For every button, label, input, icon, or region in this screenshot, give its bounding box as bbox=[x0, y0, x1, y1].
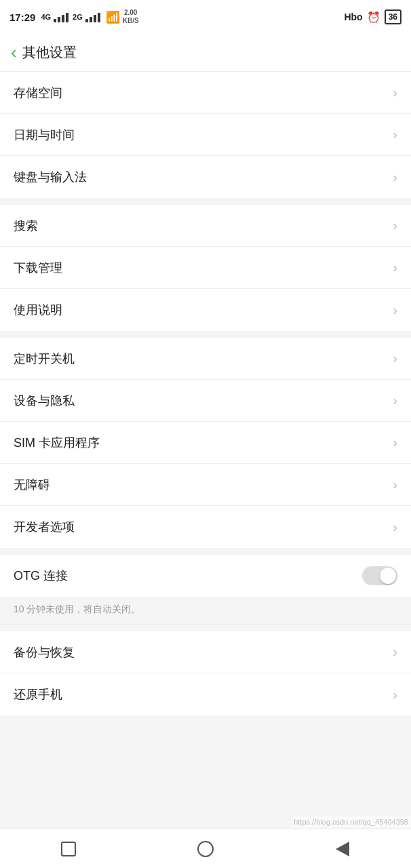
settings-label-accessibility: 无障碍 bbox=[14, 477, 50, 493]
chevron-icon-manual: › bbox=[393, 302, 397, 318]
settings-label-backup: 备份与恢复 bbox=[14, 644, 75, 660]
settings-label-otg: OTG 连接 bbox=[14, 568, 68, 584]
settings-label-privacy: 设备与隐私 bbox=[14, 393, 75, 409]
chevron-icon-keyboard: › bbox=[393, 170, 397, 185]
signal-bars-2g bbox=[85, 12, 100, 22]
battery-level: 36 bbox=[389, 12, 397, 22]
settings-label-reset: 还原手机 bbox=[14, 686, 62, 703]
status-time: 17:29 bbox=[9, 12, 35, 23]
status-bar: 17:29 4G 2G 📶 2.00 KB/S Hbo ⏰ 36 bbox=[0, 0, 411, 34]
status-left: 17:29 4G 2G 📶 2.00 KB/S bbox=[9, 9, 139, 25]
nav-home-button[interactable] bbox=[191, 834, 220, 864]
page-header: ‹ 其他设置 bbox=[0, 34, 411, 72]
settings-item-reset[interactable]: 还原手机 › bbox=[0, 673, 411, 715]
nav-back-button[interactable] bbox=[328, 834, 357, 864]
settings-section-otg: OTG 连接 10 分钟未使用，将自动关闭。 bbox=[0, 555, 411, 625]
back-chevron-icon: ‹ bbox=[11, 42, 17, 63]
settings-item-otg[interactable]: OTG 连接 bbox=[0, 555, 411, 597]
chevron-icon-backup: › bbox=[393, 644, 397, 660]
chevron-icon-download: › bbox=[393, 260, 397, 275]
chevron-icon-search: › bbox=[393, 218, 397, 233]
settings-item-keyboard[interactable]: 键盘与输入法 › bbox=[0, 156, 411, 198]
alarm-icon: ⏰ bbox=[367, 11, 380, 24]
otg-toggle[interactable] bbox=[362, 566, 397, 585]
settings-label-search: 搜索 bbox=[14, 218, 38, 234]
settings-item-datetime[interactable]: 日期与时间 › bbox=[0, 114, 411, 156]
settings-item-manual[interactable]: 使用说明 › bbox=[0, 289, 411, 331]
settings-label-download: 下载管理 bbox=[14, 260, 62, 276]
otg-note: 10 分钟未使用，将自动关闭。 bbox=[0, 597, 411, 625]
settings-item-accessibility[interactable]: 无障碍 › bbox=[0, 464, 411, 506]
settings-item-developer[interactable]: 开发者选项 › bbox=[0, 506, 411, 548]
settings-item-storage[interactable]: 存储空间 › bbox=[0, 72, 411, 114]
signal-4g: 4G bbox=[41, 13, 51, 21]
signal-2g: 2G bbox=[73, 13, 83, 21]
status-right: Hbo ⏰ 36 bbox=[344, 9, 402, 24]
settings-section-1: 存储空间 › 日期与时间 › 键盘与输入法 › bbox=[0, 72, 411, 198]
chevron-icon-privacy: › bbox=[393, 393, 397, 408]
chevron-icon-storage: › bbox=[393, 85, 397, 100]
network-speed: 2.00 KB/S bbox=[123, 9, 139, 25]
settings-item-backup[interactable]: 备份与恢复 › bbox=[0, 631, 411, 673]
settings-label-storage: 存储空间 bbox=[14, 85, 62, 101]
settings-label-sim: SIM 卡应用程序 bbox=[14, 435, 100, 451]
chevron-icon-developer: › bbox=[393, 519, 397, 535]
chevron-icon-sim: › bbox=[393, 435, 397, 450]
chevron-icon-reset: › bbox=[393, 687, 397, 703]
bottom-navigation bbox=[0, 829, 411, 868]
settings-section-3: 定时开关机 › 设备与隐私 › SIM 卡应用程序 › 无障碍 › 开发者选项 … bbox=[0, 338, 411, 548]
settings-label-developer: 开发者选项 bbox=[14, 519, 75, 535]
settings-label-datetime: 日期与时间 bbox=[14, 127, 75, 143]
chevron-icon-accessibility: › bbox=[393, 477, 397, 492]
back-button[interactable]: ‹ bbox=[11, 42, 17, 63]
settings-item-search[interactable]: 搜索 › bbox=[0, 205, 411, 247]
settings-label-keyboard: 键盘与输入法 bbox=[14, 169, 87, 185]
page-title: 其他设置 bbox=[22, 43, 77, 62]
main-content: 存储空间 › 日期与时间 › 键盘与输入法 › 搜索 › 下载管理 › 使用说明… bbox=[0, 72, 411, 770]
chevron-icon-datetime: › bbox=[393, 127, 397, 142]
settings-label-timer: 定时开关机 bbox=[14, 351, 75, 367]
nav-recent-button[interactable] bbox=[54, 834, 83, 864]
wifi-icon: 📶 bbox=[106, 10, 120, 24]
settings-item-timer[interactable]: 定时开关机 › bbox=[0, 338, 411, 380]
battery-indicator: 36 bbox=[385, 9, 402, 24]
hbo-indicator: Hbo bbox=[344, 12, 362, 22]
back-icon bbox=[336, 842, 349, 856]
settings-section-5: 备份与恢复 › 还原手机 › bbox=[0, 631, 411, 715]
settings-item-download[interactable]: 下载管理 › bbox=[0, 247, 411, 289]
toggle-thumb-otg bbox=[380, 568, 396, 584]
signal-bars-4g bbox=[54, 12, 68, 22]
recent-apps-icon bbox=[61, 842, 76, 856]
settings-section-2: 搜索 › 下载管理 › 使用说明 › bbox=[0, 205, 411, 331]
settings-label-manual: 使用说明 bbox=[14, 302, 62, 318]
watermark: https://blog.csdn.net/qq_45404398 bbox=[291, 816, 411, 827]
home-icon bbox=[197, 841, 214, 857]
settings-item-privacy[interactable]: 设备与隐私 › bbox=[0, 380, 411, 422]
otg-note-text: 10 分钟未使用，将自动关闭。 bbox=[14, 604, 140, 614]
chevron-icon-timer: › bbox=[393, 351, 397, 366]
settings-item-sim[interactable]: SIM 卡应用程序 › bbox=[0, 422, 411, 464]
